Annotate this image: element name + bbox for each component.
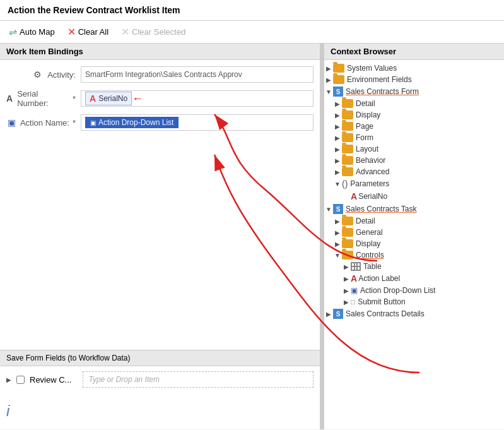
clear-selected-icon: ✕ [121,26,129,38]
tree-item-sct-controls[interactable]: ▼ Controls [324,249,504,261]
action-dropdown-tag: ▣ Action Drop-Down List [85,117,179,128]
folder-icon-scf-display [342,110,353,119]
tree-label-scf-form: Form [356,133,373,142]
tree-label-sct-controls: Controls [356,251,384,260]
folder-icon-system-values [333,64,344,73]
tree-item-scf-layout[interactable]: ▶ Layout [324,143,504,155]
clear-selected-button[interactable]: ✕ Clear Selected [119,25,188,39]
folder-icon-sct-controls [342,251,353,260]
tree-label-scf-params: Parameters [350,179,389,188]
tree-item-scf-advanced[interactable]: ▶ Advanced [324,166,504,177]
checkbox-row: ▶ Review C... Type or Drop an Item [0,366,320,393]
tree-item-scf-detail[interactable]: ▶ Detail [324,98,504,109]
folder-icon-scf-form [342,133,353,142]
tree-item-env-fields[interactable]: ▶ Environment Fields [324,74,504,85]
tree-label-scf-detail: Detail [356,99,375,108]
action-name-value-field[interactable]: ▣ Action Drop-Down List [81,114,314,131]
tree-item-sct-detail[interactable]: ▶ Detail [324,215,504,227]
expand-arrow[interactable]: ▶ [6,376,11,383]
review-label: Review C... [30,375,71,385]
clear-all-label: Clear All [78,27,108,37]
tree-arrow-sct-submit: ▶ [342,299,351,306]
tree-arrow-sct-action-label: ▶ [342,275,351,282]
tree-arrow-system-values: ▶ [324,65,333,72]
auto-map-button[interactable]: ⇌ Auto Map [6,25,57,39]
tree-arrow-sct-action-dd: ▶ [342,287,351,294]
context-browser-header: Context Browser [324,44,504,60]
tree-arrow-scf-params: ▼ [333,181,342,188]
tree-item-sct-action-dd[interactable]: ▶ ▣ Action Drop-Down List [324,285,504,296]
tree-item-scf-page[interactable]: ▶ Page [324,121,504,132]
submit-icon: □ [351,297,355,306]
left-panel: Work Item Bindings ⚙ Activity: SmartForm… [0,44,322,429]
action-dd-list-icon: ▣ [351,286,358,295]
tree-label-sct-action-label: Action Label [358,274,400,283]
tree-arrow-sct-general: ▶ [333,229,342,236]
drop-area[interactable]: Type or Drop an Item [83,371,314,388]
main-area: Work Item Bindings ⚙ Activity: SmartForm… [0,44,504,429]
folder-icon-scf-advanced [342,167,353,176]
tree-label-scf-serialno: SerialNo [358,192,387,201]
clear-selected-label: Clear Selected [132,27,185,37]
tree-arrow-scf-form: ▶ [333,134,342,141]
context-browser-tree: ▶ System Values ▶ Environment Fields ▼ S… [324,60,504,429]
tree-arrow-sct-controls: ▼ [333,252,342,259]
auto-map-label: Auto Map [20,27,55,37]
action-name-binding-row: ▣ Action Name: * ▣ Action Drop-Down List [6,114,314,131]
info-area: i [0,393,320,429]
tree-item-scf[interactable]: ▼ S Sales Contracts Form [324,85,504,98]
folder-icon-env-fields [333,75,344,84]
tree-label-sct-table: Table [363,262,382,271]
serial-number-icon: A [6,93,13,104]
tree-item-scf-behavior[interactable]: ▶ Behavior [324,155,504,166]
params-icon: () [342,179,348,189]
smart-icon-scd: S [333,309,343,319]
action-dd-icon: ▣ [90,119,96,126]
tree-label-env-fields: Environment Fields [347,75,412,84]
tree-item-sct-general[interactable]: ▶ General [324,227,504,238]
tree-item-sct[interactable]: ▼ S Sales Contracts Task [324,203,504,215]
tree-item-sct-action-label[interactable]: ▶ A Action Label [324,272,504,285]
tree-label-system-values: System Values [347,64,397,73]
tree-arrow-sct-table: ▶ [342,263,351,270]
folder-icon-scf-layout [342,145,353,153]
info-icon: i [6,402,9,419]
serial-number-value-field[interactable]: A SerialNo ← [81,90,314,107]
tree-item-scd[interactable]: ▶ S Sales Contracts Details [324,308,504,320]
folder-icon-scf-behavior [342,156,353,165]
clear-all-button[interactable]: ✕ Clear All [65,25,111,39]
serial-number-label: A Serial Number: * [6,89,76,108]
folder-icon-sct-display [342,239,353,248]
tree-arrow-sct: ▼ [324,206,333,213]
tree-label-scf: Sales Contracts Form [346,87,419,96]
tree-label-sct-detail: Detail [356,217,375,225]
tree-label-scd: Sales Contracts Details [346,309,425,318]
tree-arrow-scf: ▼ [324,88,333,95]
review-checkbox[interactable] [16,376,25,384]
tree-item-sct-submit[interactable]: ▶ □ Submit Button [324,296,504,308]
tree-arrow-sct-display: ▶ [333,241,342,248]
tree-item-scf-form[interactable]: ▶ Form [324,132,504,143]
tree-label-sct-submit: Submit Button [358,297,405,306]
tree-item-scf-serialno[interactable]: A SerialNo [324,190,504,203]
tree-item-sct-table[interactable]: ▶ Table [324,261,504,272]
tree-item-sct-display[interactable]: ▶ Display [324,238,504,249]
activity-value: SmartForm Integration\Sales Contracts Ap… [81,66,314,83]
tree-label-sct-display: Display [356,239,380,248]
tree-item-system-values[interactable]: ▶ System Values [324,63,504,74]
tree-label-scf-behavior: Behavior [356,156,385,165]
tree-item-scf-display[interactable]: ▶ Display [324,109,504,121]
page-title: Action the Review Contract Worklist Item [0,0,504,21]
tree-label-scf-layout: Layout [356,145,378,153]
gear-icon: ⚙ [33,69,42,80]
tree-arrow-scf-detail: ▶ [333,100,342,107]
work-item-bindings-header: Work Item Bindings [0,44,320,60]
tree-arrow-sct-detail: ▶ [333,218,342,225]
tree-item-scf-params[interactable]: ▼ () Parameters [324,177,504,190]
serial-number-binding-row: A Serial Number: * A SerialNo ← [6,89,314,108]
tree-label-sct: Sales Contracts Task [346,205,417,213]
activity-binding-row: ⚙ Activity: SmartForm Integration\Sales … [6,66,314,83]
tree-arrow-env-fields: ▶ [324,76,333,83]
smart-icon-scf: S [333,87,343,97]
action-name-label: ▣ Action Name: * [6,117,76,128]
